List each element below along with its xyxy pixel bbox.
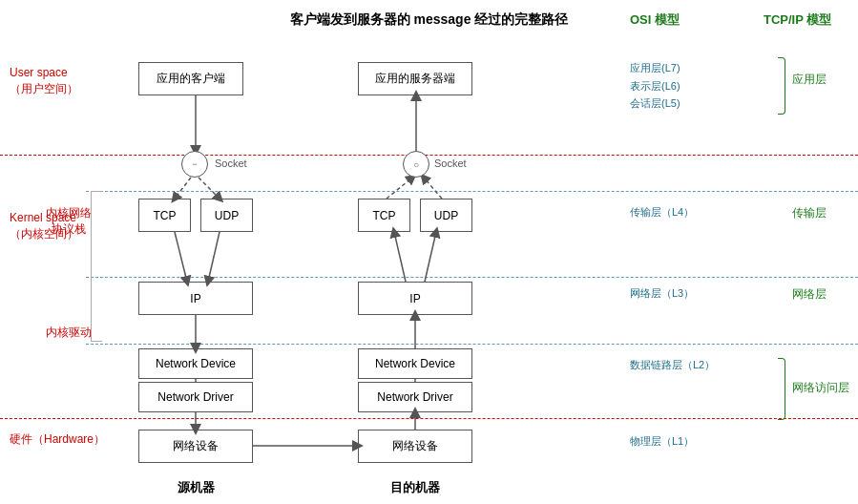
source-netdriver-box: Network Driver (138, 382, 253, 412)
label-kernel-net: 内核网络协议栈 (46, 205, 92, 238)
dest-netdriver-box: Network Driver (358, 382, 472, 412)
label-user-space: User space（用户空间） (10, 65, 78, 97)
osi-transport: 传输层（L4） (630, 205, 694, 220)
boundary-kernel-hardware (0, 418, 858, 419)
source-tcp-box: TCP (138, 199, 191, 232)
svg-line-12 (394, 232, 406, 282)
dest-tcp-box: TCP (358, 199, 410, 232)
tcpip-network-access: 网络访问层 (792, 380, 849, 396)
label-kernel-driver: 内核驱动 (46, 325, 92, 341)
dest-ip-box: IP (358, 282, 472, 315)
tcpip-transport: 传输层 (792, 205, 827, 221)
dest-udp-box: UDP (420, 199, 472, 232)
tcpip-network: 网络层 (792, 286, 827, 303)
boundary-transport (86, 191, 858, 192)
boundary-network (86, 277, 858, 278)
tcpip-app-label: 应用层 (792, 72, 827, 88)
svg-line-2 (199, 178, 220, 199)
brace-app (778, 57, 785, 115)
boundary-datalink (86, 344, 858, 345)
source-label: 源机器 (138, 479, 253, 496)
label-hardware: 硬件（Hardware） (10, 431, 105, 448)
dest-app-box: 应用的服务器端 (358, 62, 472, 95)
svg-line-13 (425, 232, 436, 282)
source-app-box: 应用的客户端 (138, 62, 243, 95)
svg-line-14 (387, 178, 412, 199)
svg-line-1 (175, 178, 191, 199)
osi-datalink: 数据链路层（L2） (630, 358, 715, 372)
source-socket-circle: － (181, 151, 208, 178)
dest-label: 目的机器 (358, 479, 472, 496)
source-hw-box: 网络设备 (138, 430, 253, 463)
svg-line-15 (424, 178, 442, 199)
source-udp-box: UDP (200, 199, 253, 232)
tcpip-header: TCP/IP 模型 (764, 11, 831, 29)
source-ip-box: IP (138, 282, 253, 315)
kernel-bracket-left (91, 191, 102, 342)
main-container: 客户端发到服务器的 message 经过的完整路径 OSI 模型 TCP/IP … (0, 0, 858, 504)
dest-netdevice-box: Network Device (358, 348, 472, 379)
brace-network-access (778, 358, 785, 420)
svg-line-4 (208, 232, 220, 282)
dest-hw-box: 网络设备 (358, 430, 472, 463)
source-socket-label: Socket (215, 158, 247, 169)
svg-line-3 (175, 232, 187, 282)
boundary-user-kernel (0, 155, 858, 156)
dest-socket-circle: ○ (403, 151, 429, 178)
osi-header: OSI 模型 (630, 11, 680, 29)
source-netdevice-box: Network Device (138, 348, 253, 379)
osi-network: 网络层（L3） (630, 286, 694, 301)
osi-physical: 物理层（L1） (630, 434, 694, 449)
dest-socket-label: Socket (434, 158, 467, 169)
osi-app-layers: 应用层(L7) 表示层(L6) 会话层(L5) (630, 59, 680, 113)
